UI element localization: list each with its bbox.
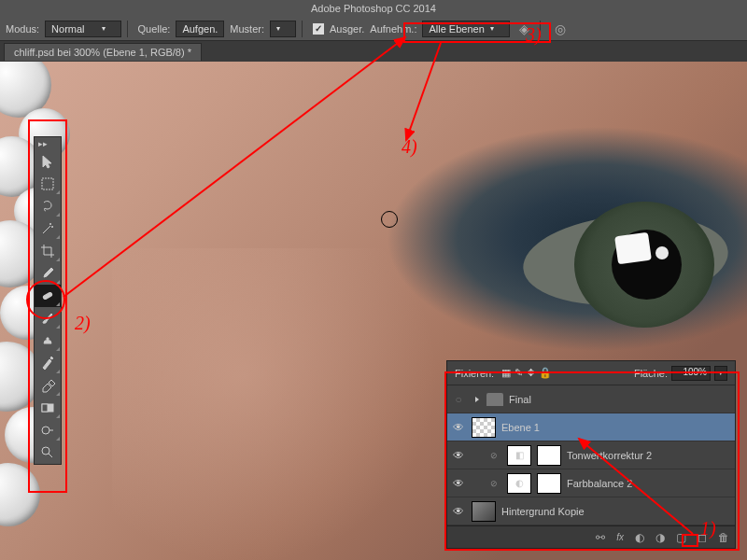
quelle-label: Quelle:: [138, 23, 171, 35]
layers-panel: Fixieren: ▦ ✎ ✥ 🔒 Fläche: 100% ▾ ○ Final…: [446, 360, 736, 549]
gradient-tool[interactable]: [35, 397, 61, 419]
adjustment-icon[interactable]: ◑: [655, 531, 665, 544]
layer-name[interactable]: Farbbalance 2: [567, 478, 632, 489]
eyedropper-tool[interactable]: [35, 262, 61, 285]
flaeche-dropdown[interactable]: ▾: [714, 366, 727, 381]
history-brush-tool[interactable]: [35, 352, 61, 374]
layers-footer: ⚯ fx ◐ ◑ ▢ ◻ 🗑: [447, 525, 735, 548]
options-bar: Modus: Normal▾ Quelle: Aufgen. Muster: ▾…: [0, 17, 747, 41]
layer-name[interactable]: Final: [509, 394, 531, 405]
document-tab[interactable]: chliff.psd bei 300% (Ebene 1, RGB/8) *: [4, 43, 202, 61]
visibility-icon[interactable]: 👁: [451, 476, 466, 491]
layer-farbbalance[interactable]: 👁 ⊘ ◐ Farbbalance 2: [447, 469, 735, 497]
toolbox: ▸▸: [34, 136, 62, 465]
modus-label: Modus:: [6, 23, 39, 35]
muster-select[interactable]: ▾: [270, 21, 296, 37]
lock-trans-icon[interactable]: ▦: [501, 367, 511, 379]
layer-thumbnail[interactable]: [472, 501, 496, 522]
layer-name[interactable]: Tonwertkorrektur 2: [567, 450, 652, 461]
aufnehm-select[interactable]: Alle Ebenen▾: [422, 21, 509, 37]
ausger-label: Ausger.: [330, 23, 364, 35]
fx-icon[interactable]: fx: [616, 532, 624, 542]
layer-mask[interactable]: [537, 473, 561, 494]
title-bar: Adobe Photoshop CC 2014: [0, 0, 747, 17]
lock-brush-icon[interactable]: ✎: [514, 367, 523, 379]
toolbox-collapse[interactable]: ▸▸: [35, 137, 61, 150]
marquee-tool[interactable]: [35, 173, 61, 195]
visibility-icon[interactable]: 👁: [451, 448, 466, 463]
svg-rect-3: [42, 404, 48, 412]
layer-tonwert[interactable]: 👁 ⊘ ◧ Tonwertkorrektur 2: [447, 441, 735, 469]
svg-point-4: [42, 427, 49, 434]
mask-icon[interactable]: ◐: [635, 531, 644, 544]
lock-move-icon[interactable]: ✥: [527, 367, 535, 379]
visibility-icon[interactable]: ○: [451, 392, 466, 407]
svg-rect-0: [42, 178, 53, 189]
visibility-icon[interactable]: 👁: [451, 420, 466, 435]
svg-rect-1: [43, 292, 53, 300]
folder-icon: [486, 393, 503, 406]
group-icon[interactable]: ▢: [676, 531, 686, 544]
layer-hintergrund[interactable]: 👁 Hintergrund Kopie: [447, 497, 735, 525]
link-icon[interactable]: ⊘: [490, 479, 501, 488]
layer-group-final[interactable]: ○ Final: [447, 385, 735, 413]
pressure-icon[interactable]: ◎: [551, 20, 570, 38]
layers-header: Fixieren: ▦ ✎ ✥ 🔒 Fläche: 100% ▾: [447, 361, 735, 385]
link-icon[interactable]: ⊘: [490, 451, 501, 460]
clone-stamp-tool[interactable]: [35, 329, 61, 352]
layer-thumbnail[interactable]: [472, 417, 496, 438]
link-layers-icon[interactable]: ⚯: [596, 531, 605, 544]
ausger-checkbox[interactable]: ✓: [313, 23, 324, 35]
brush-cursor: [381, 211, 398, 228]
quelle-aufgen-button[interactable]: Aufgen.: [176, 21, 224, 37]
dodge-tool[interactable]: [35, 419, 61, 441]
visibility-icon[interactable]: 👁: [451, 504, 466, 519]
disclosure-icon[interactable]: [475, 397, 479, 402]
quelle-muster-label: Muster:: [230, 23, 264, 35]
flaeche-label: Fläche:: [634, 368, 668, 379]
adjustment-thumbnail[interactable]: ◐: [507, 473, 531, 494]
eraser-tool[interactable]: [35, 374, 61, 397]
aufnehm-label: Aufnehm.:: [370, 23, 416, 35]
lasso-tool[interactable]: [35, 195, 61, 217]
adjustment-thumbnail[interactable]: ◧: [507, 445, 531, 466]
svg-point-5: [42, 447, 49, 455]
modus-select[interactable]: Normal▾: [45, 21, 120, 37]
crop-tool[interactable]: [35, 240, 61, 262]
lock-all-icon[interactable]: 🔒: [539, 367, 552, 379]
healing-brush-tool[interactable]: [35, 285, 61, 307]
move-tool[interactable]: [35, 150, 61, 173]
ignore-adjustments-icon[interactable]: ◈: [515, 20, 534, 38]
layer-name[interactable]: Ebene 1: [501, 422, 540, 433]
brush-tool[interactable]: [35, 307, 61, 329]
layer-ebene1[interactable]: 👁 Ebene 1: [447, 413, 735, 441]
delete-icon[interactable]: 🗑: [718, 531, 729, 544]
document-tab-bar: chliff.psd bei 300% (Ebene 1, RGB/8) *: [0, 41, 747, 62]
layer-mask[interactable]: [537, 445, 561, 466]
zoom-tool[interactable]: [35, 441, 61, 464]
flaeche-input[interactable]: 100%: [671, 366, 711, 381]
fixieren-label: Fixieren:: [455, 368, 494, 379]
wand-tool[interactable]: [35, 217, 61, 240]
layer-name[interactable]: Hintergrund Kopie: [501, 506, 585, 517]
new-layer-icon[interactable]: ◻: [698, 531, 707, 544]
